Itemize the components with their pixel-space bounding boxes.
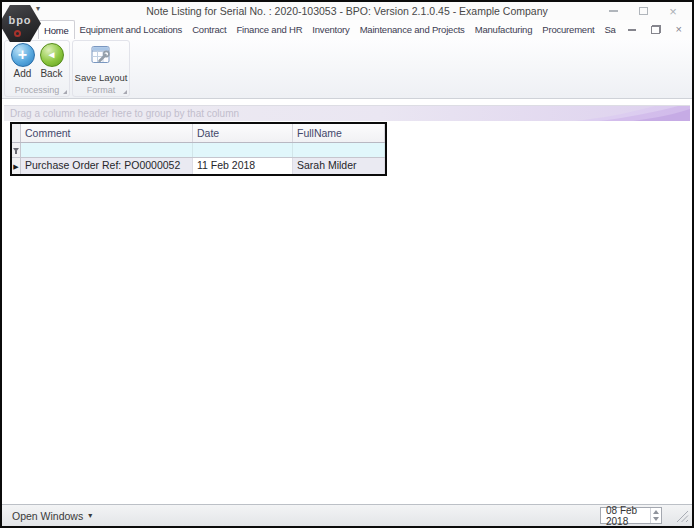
column-header-date[interactable]: Date — [193, 124, 293, 142]
tab-maintenance-and-projects[interactable]: Maintenance and Projects — [355, 20, 470, 39]
row-indicator-icon: ▶ — [13, 163, 18, 170]
table-row[interactable]: ▶ Purchase Order Ref: PO0000052 11 Feb 2… — [12, 158, 385, 174]
chevron-down-icon: ▾ — [88, 511, 92, 520]
row-indicator: ▶ — [12, 158, 21, 174]
ribbon-body: + Add ◄ Back Processing — [2, 39, 692, 99]
save-layout-button[interactable]: Save Layout — [76, 43, 126, 85]
dialog-launcher-icon[interactable] — [123, 90, 127, 94]
mdi-minimize-icon[interactable] — [628, 29, 636, 31]
app-logo-text: bpo — [8, 14, 31, 26]
logo-ring-icon — [14, 30, 21, 37]
maximize-button[interactable] — [628, 2, 658, 20]
close-icon: × — [669, 5, 677, 18]
tab-equipment-and-locations[interactable]: Equipment and Locations — [75, 20, 188, 39]
app-window: ▾ Note Listing for Serial No. : 2020-103… — [0, 0, 694, 528]
add-button[interactable]: + Add — [8, 43, 37, 85]
tab-procurement[interactable]: Procurement — [537, 20, 599, 39]
dialog-launcher-icon[interactable] — [63, 90, 67, 94]
mdi-window-controls: × — [616, 20, 692, 39]
resize-grip[interactable] — [676, 510, 689, 523]
group-caption-format: Format — [73, 85, 129, 95]
open-windows-label: Open Windows — [12, 510, 83, 522]
ribbon-tab-row: Home Equipment and Locations Contract Fi… — [2, 20, 692, 39]
add-icon: + — [11, 43, 35, 67]
open-windows-dropdown[interactable]: Open Windows ▾ — [6, 510, 98, 522]
cell-comment[interactable]: Purchase Order Ref: PO0000052 — [21, 158, 193, 174]
grid-header-row: Comment Date FullName — [12, 124, 385, 143]
cell-date[interactable]: 11 Feb 2018 — [193, 158, 293, 174]
column-header-comment[interactable]: Comment — [21, 124, 193, 142]
filter-cell-fullname[interactable] — [293, 143, 385, 157]
title-bar: ▾ Note Listing for Serial No. : 2020-103… — [2, 2, 692, 20]
mdi-restore-icon[interactable] — [651, 25, 661, 34]
notes-grid: Comment Date FullName ▶ Purchase Order R… — [10, 122, 387, 176]
tab-inventory[interactable]: Inventory — [307, 20, 354, 39]
tab-contract[interactable]: Contract — [187, 20, 231, 39]
window-title: Note Listing for Serial No. : 2020-10305… — [2, 2, 692, 20]
window-controls: × — [598, 2, 688, 20]
filter-cell-comment[interactable] — [21, 143, 193, 157]
spinner-up-icon[interactable] — [653, 510, 659, 514]
date-spinner — [650, 508, 661, 523]
tab-finance-and-hr[interactable]: Finance and HR — [231, 20, 307, 39]
grid-filter-row — [12, 143, 385, 158]
back-button[interactable]: ◄ Back — [37, 43, 66, 85]
cell-fullname[interactable]: Sarah Milder — [293, 158, 385, 174]
filter-icon — [13, 148, 19, 152]
filter-row-indicator — [12, 143, 21, 157]
tab-manufacturing[interactable]: Manufacturing — [470, 20, 538, 39]
maximize-icon — [639, 7, 648, 15]
status-date-field[interactable]: 08 Feb 2018 — [600, 507, 662, 524]
decorative-swoosh — [530, 106, 690, 121]
column-header-fullname[interactable]: FullName — [293, 124, 385, 142]
back-button-label: Back — [40, 68, 62, 79]
group-by-hint-text: Drag a column header here to group by th… — [10, 108, 239, 119]
back-icon: ◄ — [40, 43, 64, 67]
add-button-label: Add — [14, 68, 32, 79]
tab-home[interactable]: Home — [38, 20, 75, 39]
save-layout-icon — [89, 43, 113, 71]
close-button[interactable]: × — [658, 2, 688, 20]
grid-indicator-header — [12, 124, 21, 142]
spinner-down-icon[interactable] — [653, 517, 659, 521]
save-layout-button-label: Save Layout — [75, 72, 128, 83]
status-bar: Open Windows ▾ 08 Feb 2018 — [2, 504, 692, 526]
filter-cell-date[interactable] — [193, 143, 293, 157]
group-caption-processing: Processing — [5, 85, 69, 95]
content-area — [4, 121, 690, 503]
minimize-icon — [609, 10, 618, 12]
ribbon-group-format: Save Layout Format — [72, 40, 130, 97]
mdi-close-icon[interactable]: × — [676, 24, 682, 35]
minimize-button[interactable] — [598, 2, 628, 20]
ribbon-group-processing: + Add ◄ Back Processing — [4, 40, 70, 97]
group-by-drop-zone[interactable]: Drag a column header here to group by th… — [4, 105, 690, 121]
